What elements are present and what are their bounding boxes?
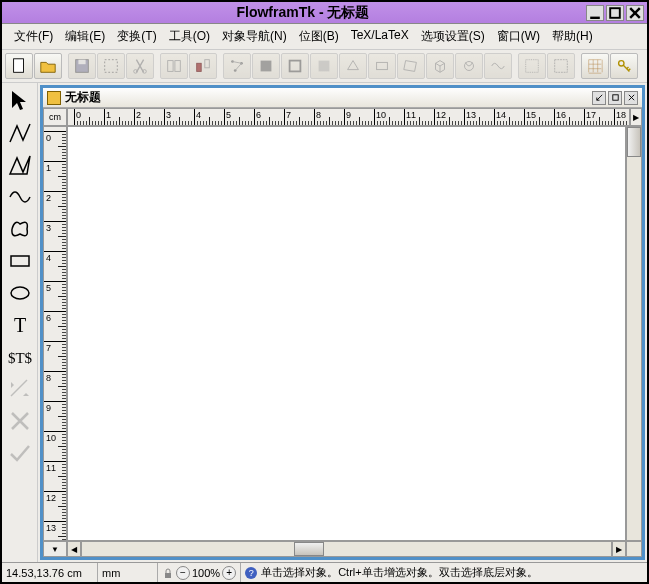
cut-button[interactable] (126, 53, 154, 79)
svg-rect-7 (105, 60, 118, 73)
unknown-button[interactable] (368, 53, 396, 79)
svg-rect-19 (319, 61, 330, 72)
svg-rect-6 (78, 60, 85, 64)
menu-window[interactable]: 窗口(W) (491, 26, 546, 47)
svg-rect-25 (11, 256, 29, 266)
marquee2-button[interactable] (547, 53, 575, 79)
save-button[interactable] (68, 53, 96, 79)
wave-button[interactable] (484, 53, 512, 79)
knot-button[interactable] (455, 53, 483, 79)
svg-rect-10 (168, 61, 173, 72)
polygon-tool[interactable] (4, 149, 36, 181)
menu-file[interactable]: 文件(F) (8, 26, 59, 47)
maximize-button[interactable] (606, 5, 624, 21)
ellipse-tool[interactable] (4, 277, 36, 309)
document-frame: 无标题 cm 0123456789101112131415161718 ▶ 01… (40, 85, 645, 560)
status-help-text: 单击选择对象。Ctrl+单击增选对象。双击选择底层对象。 (261, 565, 538, 580)
menu-tex[interactable]: TeX/LaTeX (345, 26, 415, 47)
svg-text:T: T (14, 314, 26, 336)
menu-bitmap[interactable]: 位图(B) (293, 26, 345, 47)
svg-rect-20 (377, 62, 388, 69)
lock-icon[interactable] (162, 567, 174, 579)
document-titlebar[interactable]: 无标题 (43, 88, 642, 108)
toolbar (2, 50, 647, 83)
scroll-left-button[interactable]: ◀ (67, 541, 81, 557)
vertical-ruler[interactable]: 012345678910111213 (43, 126, 67, 541)
ruler-nav-right[interactable]: ▶ (630, 108, 642, 126)
frame-link-button[interactable] (189, 53, 217, 79)
marquee1-button[interactable] (518, 53, 546, 79)
confirm-tool (4, 437, 36, 469)
zoom-level: 100% (192, 567, 220, 579)
svg-rect-13 (205, 60, 210, 68)
menu-edit[interactable]: 编辑(E) (59, 26, 111, 47)
menu-settings[interactable]: 选项设置(S) (415, 26, 491, 47)
info-icon: ? (245, 567, 257, 579)
zoom-in-button[interactable]: + (222, 566, 236, 580)
window-title: FlowframTk - 无标题 (20, 4, 586, 22)
menubar: 文件(F) 编辑(E) 变换(T) 工具(O) 对象导航(N) 位图(B) Te… (2, 24, 647, 50)
zoom-out-button[interactable]: − (176, 566, 190, 580)
curve-tool[interactable] (4, 181, 36, 213)
3d-button[interactable] (426, 53, 454, 79)
svg-rect-12 (197, 63, 202, 71)
fill-button[interactable] (252, 53, 280, 79)
menu-help[interactable]: 帮助(H) (546, 26, 599, 47)
svg-rect-22 (526, 60, 539, 73)
svg-text:$T$: $T$ (8, 350, 33, 366)
key-button[interactable] (610, 53, 638, 79)
svg-rect-4 (14, 59, 24, 73)
grid-button[interactable] (581, 53, 609, 79)
scroll-right-button[interactable]: ▶ (612, 541, 626, 557)
stroke-button[interactable] (281, 53, 309, 79)
delete-tool (4, 405, 36, 437)
closed-curve-tool[interactable] (4, 213, 36, 245)
close-button[interactable] (626, 5, 644, 21)
titlebar[interactable]: FlowframTk - 无标题 (2, 2, 647, 24)
svg-rect-23 (555, 60, 568, 73)
doc-close-button[interactable] (624, 91, 638, 105)
filter-button[interactable] (310, 53, 338, 79)
rectangle-tool[interactable] (4, 245, 36, 277)
select-tool[interactable] (4, 85, 36, 117)
svg-rect-30 (165, 573, 171, 578)
menu-transform[interactable]: 变换(T) (111, 26, 162, 47)
vertical-scrollbar[interactable] (626, 126, 642, 541)
select-all-button[interactable] (97, 53, 125, 79)
doc-minimize-button[interactable] (592, 91, 606, 105)
minimize-button[interactable] (586, 5, 604, 21)
menu-navigate[interactable]: 对象导航(N) (216, 26, 293, 47)
perspective-button[interactable] (397, 53, 425, 79)
move-tool (4, 373, 36, 405)
svg-rect-18 (290, 61, 301, 72)
text-tool[interactable]: T (4, 309, 36, 341)
open-button[interactable] (34, 53, 62, 79)
canvas[interactable] (67, 126, 626, 541)
horizontal-ruler[interactable]: 0123456789101112131415161718 (67, 108, 630, 126)
status-unit[interactable]: mm (98, 563, 158, 582)
new-button[interactable] (5, 53, 33, 79)
doc-maximize-button[interactable] (608, 91, 622, 105)
line-tool[interactable] (4, 117, 36, 149)
svg-rect-17 (261, 61, 272, 72)
statusbar: 14.53,13.76 cm mm − 100% + ? 单击选择对象。Ctrl… (2, 562, 647, 582)
svg-rect-29 (612, 95, 617, 100)
math-text-tool[interactable]: $T$ (4, 341, 36, 373)
flowframe-button[interactable] (160, 53, 188, 79)
document-icon (47, 91, 61, 105)
svg-rect-1 (610, 8, 620, 18)
horizontal-scrollbar[interactable] (81, 541, 612, 557)
menu-tools[interactable]: 工具(O) (163, 26, 216, 47)
status-coords: 14.53,13.76 cm (2, 563, 98, 582)
transform-button[interactable] (339, 53, 367, 79)
edit-path-button[interactable] (223, 53, 251, 79)
ruler-nav-down[interactable]: ▼ (43, 541, 67, 557)
svg-rect-11 (175, 61, 180, 72)
ruler-unit: cm (43, 108, 67, 126)
document-title: 无标题 (65, 89, 588, 106)
svg-point-26 (11, 287, 29, 299)
side-toolbar: T $T$ (2, 83, 38, 562)
